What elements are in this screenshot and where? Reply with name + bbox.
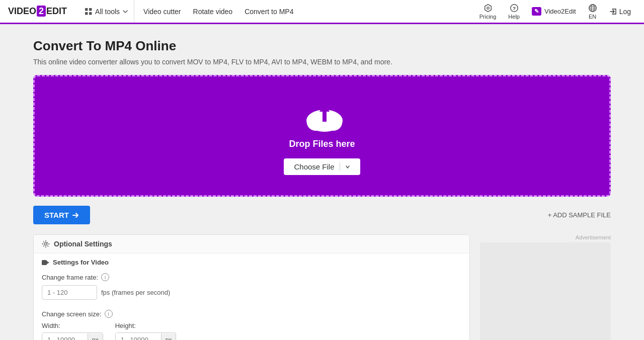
globe-icon	[588, 4, 597, 13]
action-row: START + ADD SAMPLE FILE	[33, 206, 611, 224]
drop-text: Drop Files here	[289, 139, 355, 149]
width-input-wrap: px	[42, 332, 103, 340]
height-input[interactable]	[116, 333, 161, 340]
page-content: Convert To MP4 Online This online video …	[25, 24, 619, 340]
nav-link-video-cutter[interactable]: Video cutter	[138, 0, 186, 23]
settings-gear-icon	[42, 240, 50, 248]
pricing-button[interactable]: Pricing	[474, 2, 502, 22]
svg-point-13	[307, 115, 325, 131]
brand-icon: ✎	[532, 7, 541, 16]
page-title: Convert To MP4 Online	[33, 38, 611, 54]
choose-file-chevron	[340, 162, 350, 171]
settings-panel: Optional Settings Settings for Video Cha…	[33, 234, 470, 340]
language-button[interactable]: EN	[583, 2, 602, 22]
screen-size-text: Change screen size:	[42, 310, 102, 318]
advertisement-box	[480, 242, 611, 340]
width-label: Width:	[42, 322, 103, 329]
svg-rect-0	[85, 8, 88, 11]
video-settings-header: Settings for Video	[42, 259, 461, 266]
all-tools-label: All tools	[95, 8, 120, 16]
navbar: VIDEO2EDIT All tools Video cutter Rotate…	[0, 0, 644, 24]
height-px-label: px	[161, 333, 176, 341]
logo-prefix: VIDEO	[8, 6, 36, 16]
svg-rect-3	[89, 12, 92, 15]
svg-text:?: ?	[513, 5, 516, 11]
nav-right: Pricing ? Help ✎ Video2Edit EN	[474, 2, 636, 22]
screen-size-info-icon[interactable]: i	[105, 310, 113, 318]
choose-file-label: Choose File	[294, 162, 334, 171]
frame-rate-input-row: fps (frames per second)	[42, 285, 461, 300]
width-field: Width: px	[42, 322, 103, 340]
frame-rate-unit: fps (frames per second)	[101, 289, 170, 296]
screen-size-group: Change screen size: i Width: px	[42, 310, 461, 340]
frame-rate-text: Change frame rate:	[42, 274, 98, 281]
frame-rate-input[interactable]	[42, 285, 97, 300]
language-label: EN	[589, 14, 596, 20]
upload-icon	[302, 97, 342, 132]
dropdown-arrow-icon	[345, 164, 350, 169]
arrow-right-icon	[72, 212, 79, 219]
login-icon	[609, 8, 617, 16]
ad-panel: Advertisement	[480, 234, 611, 340]
lower-area: Optional Settings Settings for Video Cha…	[33, 234, 611, 340]
login-label: Log	[619, 8, 631, 16]
choose-file-button[interactable]: Choose File	[284, 158, 360, 175]
height-label: Height:	[115, 322, 177, 329]
brand-label: Video2Edit	[544, 8, 576, 15]
dropzone[interactable]: Drop Files here Choose File	[33, 75, 611, 197]
nav-link-convert-to-mp4[interactable]: Convert to MP4	[239, 0, 298, 23]
svg-rect-1	[89, 8, 92, 11]
frame-rate-info-icon[interactable]: i	[101, 273, 109, 281]
screen-size-row: Width: px Height: px	[42, 322, 461, 340]
add-sample-label: + ADD SAMPLE FILE	[548, 211, 611, 219]
svg-rect-17	[42, 260, 47, 265]
optional-settings-label: Optional Settings	[54, 240, 112, 248]
svg-rect-2	[85, 12, 88, 15]
logo[interactable]: VIDEO2EDIT	[8, 6, 67, 17]
frame-rate-group: Change frame rate: i fps (frames per sec…	[42, 273, 461, 300]
screen-size-label: Change screen size: i	[42, 310, 461, 318]
video-section-label: Settings for Video	[53, 259, 109, 266]
page-subtitle: This online video converter allows you t…	[33, 58, 611, 66]
pricing-icon	[484, 4, 493, 13]
width-input[interactable]	[42, 333, 88, 340]
help-label: Help	[508, 14, 520, 20]
svg-marker-18	[47, 261, 49, 264]
all-tools-menu[interactable]: All tools	[79, 0, 134, 23]
height-input-wrap: px	[115, 332, 177, 340]
video-camera-icon	[42, 259, 50, 266]
optional-settings: Optional Settings Settings for Video Cha…	[33, 234, 470, 340]
nav-links: Video cutter Rotate video Convert to MP4	[138, 0, 298, 23]
grid-icon	[85, 8, 92, 15]
svg-point-4	[487, 7, 489, 9]
add-sample-button[interactable]: + ADD SAMPLE FILE	[548, 211, 611, 219]
video-settings-section: Settings for Video Change frame rate: i …	[34, 253, 469, 340]
nav-link-rotate-video[interactable]: Rotate video	[188, 0, 238, 23]
frame-rate-label: Change frame rate: i	[42, 273, 461, 281]
chevron-down-icon	[123, 10, 128, 13]
logo-2: 2	[37, 6, 46, 17]
help-button[interactable]: ? Help	[503, 2, 525, 22]
start-label: START	[44, 211, 69, 219]
help-icon: ?	[510, 4, 519, 13]
optional-settings-header: Optional Settings	[34, 235, 469, 253]
login-button[interactable]: Log	[604, 6, 636, 18]
width-px-label: px	[88, 333, 103, 341]
svg-point-14	[324, 115, 342, 131]
advertisement-label: Advertisement	[480, 234, 611, 240]
start-button[interactable]: START	[33, 206, 90, 224]
logo-text: VIDEO2EDIT	[8, 6, 67, 17]
pricing-label: Pricing	[479, 14, 497, 20]
brand-button[interactable]: ✎ Video2Edit	[527, 5, 581, 18]
logo-suffix: EDIT	[46, 6, 67, 16]
height-field: Height: px	[115, 322, 177, 340]
